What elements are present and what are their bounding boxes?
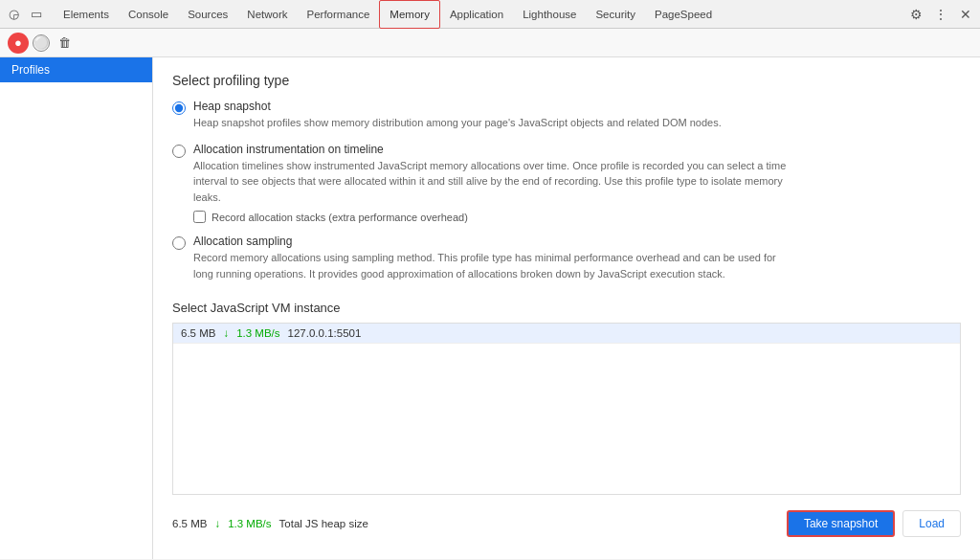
- clear-button[interactable]: 🗑: [54, 33, 75, 54]
- tab-lighthouse[interactable]: Lighthouse: [513, 0, 586, 29]
- more-icon[interactable]: ⋮: [930, 4, 951, 25]
- footer-buttons: Take snapshot Load: [787, 510, 961, 537]
- footer-arrow-icon: ↓: [214, 518, 220, 529]
- content-panel: Select profiling type Heap snapshot Heap…: [153, 57, 980, 559]
- vm-speed: 1.3 MB/s: [236, 327, 279, 339]
- option-heap-snapshot: Heap snapshot Heap snapshot profiles sho…: [172, 100, 961, 131]
- footer-info: 6.5 MB ↓ 1.3 MB/s Total JS heap size: [172, 518, 368, 529]
- tab-bar: ◶ ▭ Elements Console Sources Network Per…: [0, 0, 980, 29]
- tab-pagespeed[interactable]: PageSpeed: [645, 0, 722, 29]
- footer-size: 6.5 MB: [172, 518, 207, 529]
- tab-elements[interactable]: Elements: [54, 0, 119, 29]
- tab-network[interactable]: Network: [237, 0, 297, 29]
- vm-size: 6.5 MB: [181, 327, 215, 339]
- allocation-timeline-content: Allocation instrumentation on timeline A…: [193, 143, 787, 224]
- radio-allocation-timeline[interactable]: [172, 145, 186, 158]
- select-profiling-title: Select profiling type: [172, 73, 961, 88]
- footer-speed: 1.3 MB/s: [228, 518, 271, 529]
- devtools-icon-group: ◶ ▭: [4, 5, 46, 24]
- heap-snapshot-content: Heap snapshot Heap snapshot profiles sho…: [193, 100, 722, 131]
- close-icon[interactable]: ✕: [955, 4, 976, 25]
- record-stacks-checkbox[interactable]: [193, 211, 206, 223]
- sidebar: Profiles: [0, 57, 153, 559]
- radio-allocation-sampling[interactable]: [172, 236, 186, 250]
- allocation-sampling-label: Allocation sampling: [193, 235, 787, 248]
- heap-snapshot-label: Heap snapshot: [193, 100, 722, 113]
- take-snapshot-button[interactable]: Take snapshot: [787, 510, 895, 537]
- option-allocation-sampling: Allocation sampling Record memory alloca…: [172, 235, 961, 281]
- tab-console[interactable]: Console: [119, 0, 178, 29]
- vm-url: 127.0.0.1:5501: [288, 327, 362, 339]
- tab-sources[interactable]: Sources: [178, 0, 237, 29]
- settings-icon[interactable]: ⚙: [905, 4, 926, 25]
- profiling-options: Heap snapshot Heap snapshot profiles sho…: [172, 100, 961, 281]
- heap-snapshot-desc: Heap snapshot profiles show memory distr…: [193, 115, 722, 131]
- tab-application[interactable]: Application: [440, 0, 513, 29]
- tab-security[interactable]: Security: [586, 0, 645, 29]
- load-button[interactable]: Load: [902, 510, 961, 537]
- inspect-icon[interactable]: ◶: [4, 5, 23, 24]
- main-layout: Profiles Select profiling type Heap snap…: [0, 57, 980, 559]
- record-button[interactable]: ●: [8, 33, 29, 54]
- memory-toolbar: ● ⚪ 🗑: [0, 29, 980, 57]
- allocation-timeline-desc: Allocation timelines show instrumented J…: [193, 158, 787, 206]
- sidebar-item-profiles[interactable]: Profiles: [0, 57, 152, 82]
- tab-memory[interactable]: Memory: [379, 0, 440, 29]
- vm-instance-list: 6.5 MB ↓ 1.3 MB/s 127.0.0.1:5501: [172, 323, 961, 495]
- vm-instance-row[interactable]: 6.5 MB ↓ 1.3 MB/s 127.0.0.1:5501: [173, 324, 960, 344]
- record-stacks-row: Record allocation stacks (extra performa…: [193, 211, 787, 223]
- vm-section-title: Select JavaScript VM instance: [172, 301, 961, 315]
- radio-heap-snapshot[interactable]: [172, 101, 186, 115]
- footer-label: Total JS heap size: [279, 518, 368, 529]
- option-allocation-timeline: Allocation instrumentation on timeline A…: [172, 143, 961, 224]
- tab-performance[interactable]: Performance: [298, 0, 380, 29]
- record-stacks-label: Record allocation stacks (extra performa…: [212, 212, 468, 223]
- vm-arrow-icon: ↓: [223, 327, 229, 339]
- allocation-sampling-content: Allocation sampling Record memory alloca…: [193, 235, 787, 281]
- tab-bar-right: ⚙ ⋮ ✕: [905, 4, 976, 25]
- allocation-timeline-label: Allocation instrumentation on timeline: [193, 143, 787, 156]
- footer-row: 6.5 MB ↓ 1.3 MB/s Total JS heap size Tak…: [172, 504, 961, 537]
- device-icon[interactable]: ▭: [27, 5, 46, 24]
- allocation-sampling-desc: Record memory allocations using sampling…: [193, 250, 787, 281]
- reload-record-button[interactable]: ⚪: [33, 34, 50, 52]
